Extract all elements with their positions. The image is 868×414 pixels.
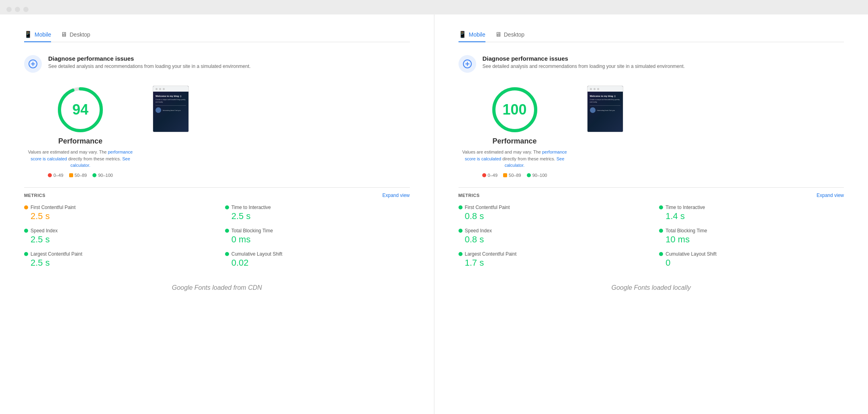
- right-legend-dot-red: [482, 173, 486, 177]
- right-fcp-value: 0.8 s: [459, 211, 643, 221]
- left-perf-score-link[interactable]: performance score is calculated: [31, 150, 133, 161]
- right-diagnose-desc: See detailed analysis and recommendation…: [483, 64, 685, 69]
- right-screenshot: Welcome to my blog :) Create a unique an…: [587, 86, 623, 132]
- right-metric-tti: Time to Interactive 1.4 s: [659, 205, 844, 221]
- legend-dot-orange: [69, 173, 73, 177]
- right-tbt-value: 10 ms: [659, 234, 844, 245]
- left-tab-desktop[interactable]: 🖥 Desktop: [61, 31, 90, 42]
- right-cls-value: 0: [659, 258, 844, 268]
- left-expand-view[interactable]: Expand view: [382, 193, 409, 198]
- right-si-value: 0.8 s: [459, 234, 643, 245]
- right-legend-dot-green: [527, 173, 531, 177]
- right-tab-desktop-label: Desktop: [504, 31, 524, 38]
- right-mobile-icon: 📱: [459, 31, 467, 38]
- right-diagnose-icon: [459, 55, 476, 73]
- left-score-left: 94 Performance Values are estimated and …: [24, 86, 137, 178]
- right-diagnose-section: Diagnose performance issues See detailed…: [459, 55, 844, 73]
- left-metric-fcp: First Contentful Paint 2.5 s: [24, 205, 209, 221]
- left-metrics-grid: First Contentful Paint 2.5 s Time to Int…: [24, 205, 410, 268]
- left-footer: Google Fonts loaded from CDN: [24, 268, 410, 299]
- right-fcp-dot: [459, 205, 463, 209]
- left-screenshot-card: Welcome to my blog :) Create a unique an…: [153, 86, 189, 132]
- left-diagnose-desc: See detailed analysis and recommendation…: [48, 64, 251, 69]
- left-metric-tbt: Total Blocking Time 0 ms: [225, 228, 410, 245]
- right-screenshot-card: Welcome to my blog :) Create a unique an…: [587, 86, 623, 132]
- left-score-circle: 94: [56, 86, 104, 134]
- left-si-value: 2.5 s: [24, 234, 209, 245]
- left-diagnose-section: Diagnose performance issues See detailed…: [24, 55, 410, 73]
- left-tab-desktop-label: Desktop: [70, 31, 90, 38]
- right-tbt-dot: [659, 229, 663, 233]
- right-tti-label: Time to Interactive: [665, 205, 705, 210]
- right-tab-mobile[interactable]: 📱 Mobile: [459, 31, 485, 42]
- right-score-circle: 100: [491, 86, 539, 134]
- right-metric-lcp: Largest Contentful Paint 1.7 s: [459, 251, 643, 268]
- left-screenshot-bar: [153, 86, 188, 92]
- left-tbt-dot: [225, 229, 229, 233]
- left-sc-post: Interesting facts I bet you: [163, 109, 181, 111]
- right-lcp-label: Largest Contentful Paint: [465, 251, 517, 257]
- right-metrics-header: METRICS Expand view: [459, 187, 844, 198]
- left-metric-cls: Cumulative Layout Shift 0.02: [225, 251, 410, 268]
- left-score-number: 94: [72, 101, 88, 118]
- left-si-dot: [24, 229, 28, 233]
- left-fcp-label: First Contentful Paint: [31, 205, 76, 210]
- left-cls-label: Cumulative Layout Shift: [231, 251, 283, 257]
- left-tti-label: Time to Interactive: [231, 205, 271, 210]
- window-chrome: [0, 0, 868, 14]
- right-score-legend: 0–49 50–89 90–100: [482, 173, 547, 178]
- legend-dot-green: [92, 173, 96, 177]
- right-cls-dot: [659, 252, 663, 256]
- left-screenshot-body: Welcome to my blog :) Create a unique an…: [153, 92, 188, 132]
- right-legend-orange: 50–89: [503, 173, 521, 178]
- left-screenshot: Welcome to my blog :) Create a unique an…: [153, 86, 189, 132]
- right-score-note: Values are estimated and may vary. The p…: [459, 149, 571, 169]
- right-sc-avatar: [590, 107, 596, 113]
- left-fcp-dot: [24, 205, 28, 209]
- left-tbt-value: 0 ms: [225, 234, 410, 245]
- right-legend-dot-orange: [503, 173, 507, 177]
- right-tab-mobile-label: Mobile: [469, 31, 485, 38]
- right-legend-green: 90–100: [527, 173, 547, 178]
- right-tti-dot: [659, 205, 663, 209]
- right-metric-tbt: Total Blocking Time 10 ms: [659, 228, 844, 245]
- traffic-light-close[interactable]: [6, 7, 12, 12]
- right-lcp-dot: [459, 252, 463, 256]
- left-sc-title: Welcome to my blog :): [156, 95, 186, 97]
- right-sc-desc: Create a unique and beautiful blog quick…: [590, 98, 620, 103]
- right-footer: Google Fonts loaded locally: [459, 268, 844, 299]
- right-tbt-label: Total Blocking Time: [665, 228, 707, 234]
- left-tabs: 📱 Mobile 🖥 Desktop: [24, 31, 410, 42]
- legend-dot-red: [48, 173, 52, 177]
- right-score-left: 100 Performance Values are estimated and…: [459, 86, 571, 178]
- right-tab-desktop[interactable]: 🖥 Desktop: [495, 31, 524, 42]
- right-perf-score-link[interactable]: performance score is calculated: [465, 150, 567, 161]
- right-calculator-link[interactable]: See calculator.: [505, 156, 565, 168]
- right-desktop-icon: 🖥: [495, 31, 502, 38]
- right-si-label: Speed Index: [465, 228, 492, 234]
- traffic-light-maximize[interactable]: [23, 7, 29, 12]
- traffic-light-minimize[interactable]: [15, 7, 20, 12]
- left-metrics-title: METRICS: [24, 193, 45, 198]
- right-tabs: 📱 Mobile 🖥 Desktop: [459, 31, 844, 42]
- left-calculator-link[interactable]: See calculator.: [70, 156, 130, 168]
- left-score-note: Values are estimated and may vary. The p…: [24, 149, 137, 169]
- right-lcp-value: 1.7 s: [459, 258, 643, 268]
- left-lcp-label: Largest Contentful Paint: [31, 251, 82, 257]
- right-diagnose-title: Diagnose performance issues: [483, 55, 685, 62]
- left-tbt-label: Total Blocking Time: [231, 228, 273, 234]
- left-diagnose-title: Diagnose performance issues: [48, 55, 251, 62]
- left-legend-red: 0–49: [48, 173, 63, 178]
- left-panel: 📱 Mobile 🖥 Desktop Diagnose performance …: [0, 14, 434, 414]
- left-diagnose-text: Diagnose performance issues See detailed…: [48, 55, 251, 69]
- right-expand-view[interactable]: Expand view: [817, 193, 844, 198]
- right-metrics-grid: First Contentful Paint 0.8 s Time to Int…: [459, 205, 844, 268]
- left-tti-dot: [225, 205, 229, 209]
- right-metric-si: Speed Index 0.8 s: [459, 228, 643, 245]
- left-cls-dot: [225, 252, 229, 256]
- right-cls-label: Cumulative Layout Shift: [665, 251, 717, 257]
- right-fcp-label: First Contentful Paint: [465, 205, 510, 210]
- right-tti-value: 1.4 s: [659, 211, 844, 221]
- right-screenshot-body: Welcome to my blog :) Create a unique an…: [588, 92, 623, 132]
- left-tab-mobile[interactable]: 📱 Mobile: [24, 31, 51, 42]
